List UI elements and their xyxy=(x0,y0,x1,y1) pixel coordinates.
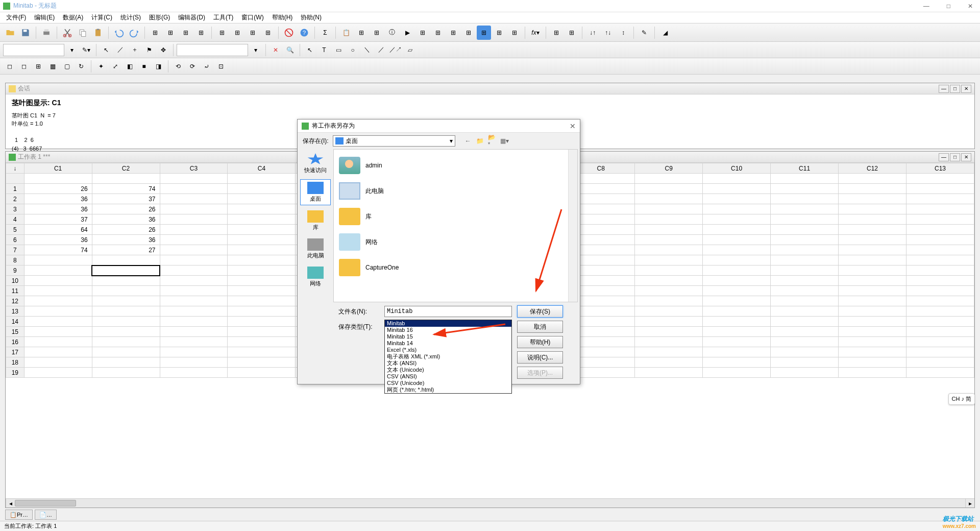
net-icon xyxy=(339,233,360,251)
filetype-option[interactable]: Minitab 16 xyxy=(385,327,511,333)
sidebar-item-net[interactable]: 网络 xyxy=(300,264,331,289)
filetype-option[interactable]: 电子表格 XML (*.xml) xyxy=(385,353,511,360)
file-item[interactable]: admin xyxy=(337,153,574,178)
sidebar-item-label: 桌面 xyxy=(310,195,321,203)
file-item[interactable]: 网络 xyxy=(337,229,574,255)
dialog-sidebar: 快速访问桌面库此电脑网络 xyxy=(298,149,333,302)
net-icon xyxy=(307,267,324,279)
dialog-close-button[interactable]: ✕ xyxy=(570,122,576,130)
folder-icon xyxy=(339,208,360,225)
pc-icon xyxy=(307,238,324,251)
lib-icon xyxy=(307,210,324,223)
dialog-icon xyxy=(302,123,309,130)
file-item[interactable]: 此电脑 xyxy=(337,178,574,204)
file-list[interactable]: admin此电脑库网络CaptureOne xyxy=(333,149,578,302)
dialog-titlebar: 将工作表另存为 ✕ xyxy=(298,119,580,133)
pc-icon xyxy=(339,182,360,200)
sidebar-item-label: 库 xyxy=(313,224,318,231)
location-value: 桌面 xyxy=(346,137,358,146)
help-button[interactable]: 帮助(H) xyxy=(517,336,563,348)
sidebar-item-label: 快速访问 xyxy=(304,166,327,174)
cancel-button[interactable]: 取消 xyxy=(517,321,563,333)
filename-input[interactable] xyxy=(384,306,512,317)
filetype-option[interactable]: 文本 (ANSI) xyxy=(385,360,511,367)
filetype-option[interactable]: Minitab xyxy=(385,320,511,327)
dialog-body: 快速访问桌面库此电脑网络 admin此电脑库网络CaptureOne xyxy=(298,149,580,302)
dialog-bottom: 文件名(N): 保存(S) 保存类型(T): Minitab ▼ 取消 帮助(H… xyxy=(298,302,580,384)
filetype-option[interactable]: Excel (*.xls) xyxy=(385,347,511,353)
user-icon xyxy=(339,157,360,174)
folder-icon xyxy=(339,259,360,276)
dialog-title: 将工作表另存为 xyxy=(312,122,355,130)
save-as-dialog: 将工作表另存为 ✕ 保存在(I): 桌面 ▾ ← 📁 📂* ▦▾ 快速访问桌面库… xyxy=(297,119,580,384)
sidebar-item-label: 此电脑 xyxy=(307,252,324,259)
file-item-label: CaptureOne xyxy=(365,264,399,271)
sidebar-item-star[interactable]: 快速访问 xyxy=(300,151,331,176)
sidebar-item-desktop[interactable]: 桌面 xyxy=(300,179,331,205)
options-button: 选项(P)... xyxy=(517,367,563,379)
dialog-overlay: 将工作表另存为 ✕ 保存在(I): 桌面 ▾ ← 📁 📂* ▦▾ 快速访问桌面库… xyxy=(0,0,980,531)
nav-new-folder-icon[interactable]: 📂* xyxy=(488,136,497,146)
filetype-option[interactable]: 网页 (*.htm; *.html) xyxy=(385,387,511,393)
filetype-option[interactable]: CSV (ANSI) xyxy=(385,373,511,380)
filetype-label: 保存类型(T): xyxy=(338,323,379,331)
nav-up-icon[interactable]: 📁 xyxy=(476,136,485,146)
filetype-option[interactable]: Minitab 14 xyxy=(385,340,511,347)
filetype-option[interactable]: Minitab 15 xyxy=(385,333,511,340)
file-item[interactable]: 库 xyxy=(337,204,574,229)
sidebar-item-lib[interactable]: 库 xyxy=(300,208,331,233)
file-item-label: 库 xyxy=(365,212,372,221)
sidebar-item-label: 网络 xyxy=(310,280,321,287)
file-item-label: 此电脑 xyxy=(365,187,384,196)
filetype-option[interactable]: CSV (Unicode) xyxy=(385,380,511,387)
save-in-label: 保存在(I): xyxy=(303,137,329,146)
nav-view-icon[interactable]: ▦▾ xyxy=(500,136,509,146)
star-icon xyxy=(307,153,324,165)
dialog-nav: 保存在(I): 桌面 ▾ ← 📁 📂* ▦▾ xyxy=(298,133,580,149)
desktop-icon xyxy=(307,182,324,194)
file-list-scrollbar[interactable] xyxy=(568,150,577,302)
file-item[interactable]: CaptureOne xyxy=(337,255,574,280)
watermark-url: www.xz7.com xyxy=(943,523,976,529)
save-button[interactable]: 保存(S) xyxy=(517,305,563,318)
file-item-label: 网络 xyxy=(365,238,378,247)
sidebar-item-pc[interactable]: 此电脑 xyxy=(300,236,331,261)
watermark-brand: 极光下载站 xyxy=(943,515,973,522)
file-item-label: admin xyxy=(365,162,382,169)
desktop-icon xyxy=(335,137,344,144)
filetype-dropdown-list[interactable]: MinitabMinitab 16Minitab 15Minitab 14Exc… xyxy=(384,320,512,394)
filename-label: 文件名(N): xyxy=(338,307,379,316)
watermark: 极光下载站 www.xz7.com xyxy=(943,515,976,529)
filetype-option[interactable]: 文本 (Unicode) xyxy=(385,367,511,373)
nav-back-icon[interactable]: ← xyxy=(463,136,473,146)
description-button[interactable]: 说明(C)... xyxy=(517,351,563,364)
ime-indicator[interactable]: CH ♪ 简 xyxy=(948,393,975,405)
location-combo[interactable]: 桌面 ▾ xyxy=(333,135,455,147)
